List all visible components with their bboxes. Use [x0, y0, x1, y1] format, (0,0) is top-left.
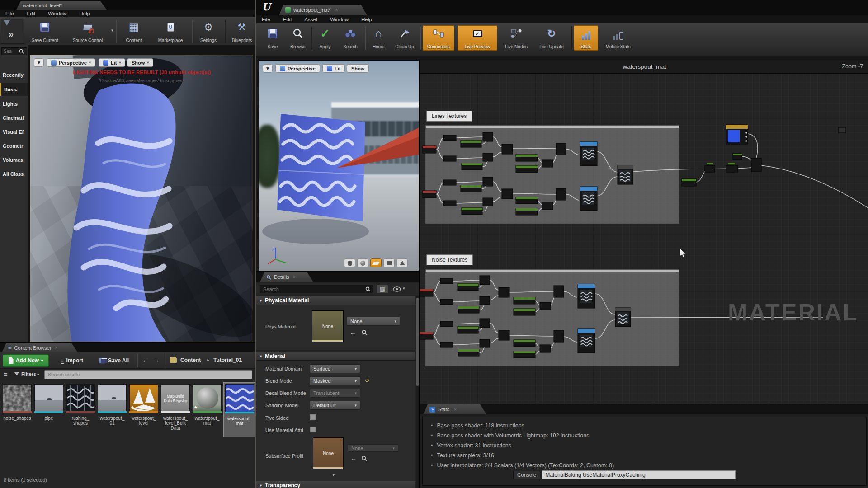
search-button[interactable]: Search	[338, 25, 363, 51]
content-browser-tab[interactable]: ≡ Content Browser ×	[2, 343, 78, 352]
modes-item-visual-effects[interactable]: Visual Ef	[0, 126, 28, 138]
eye-caret-icon[interactable]: ▾	[403, 286, 405, 291]
subsurface-profile-dropdown[interactable]: None▾	[348, 444, 398, 452]
waterspout-mesh[interactable]	[30, 55, 253, 342]
lerp-node[interactable]	[751, 158, 761, 172]
breadcrumb-root[interactable]: Content	[180, 357, 201, 363]
mobile-stats-button[interactable]: Mobile Stats	[600, 25, 636, 51]
reset-to-default-icon[interactable]: ↺	[365, 377, 369, 384]
menu-window[interactable]: Window	[330, 17, 349, 22]
console-input[interactable]	[542, 470, 736, 479]
expander-caret-icon[interactable]: ▾	[332, 472, 335, 478]
browse-to-asset-icon[interactable]	[361, 455, 367, 461]
graph-node[interactable]	[839, 127, 846, 133]
shape-sphere-button[interactable]	[357, 258, 368, 267]
browse-to-asset-icon[interactable]	[361, 329, 368, 336]
eye-icon[interactable]	[393, 286, 401, 292]
menu-edit[interactable]: Edit	[27, 11, 36, 16]
shape-plane-button[interactable]	[370, 258, 382, 267]
decal-blend-mode-dropdown[interactable]: Translucent▾	[310, 389, 360, 398]
material-preview-viewport[interactable]: Z ▾ Perspective Lit Show	[259, 60, 419, 271]
details-scrollbar[interactable]	[416, 296, 419, 488]
browse-button[interactable]: Browse	[285, 25, 311, 51]
viewport-show-button[interactable]: Show▾	[127, 58, 153, 67]
stats-tab[interactable]: » Stats ×	[423, 404, 486, 414]
viewport-perspective-button[interactable]: Perspective▾	[47, 58, 95, 67]
add-new-button[interactable]: Add New ▾	[3, 354, 49, 367]
stats-button[interactable]: Stats	[574, 25, 598, 51]
use-selected-arrow-icon[interactable]: ←	[349, 328, 356, 336]
import-button[interactable]: ↓ Import	[53, 354, 90, 367]
grid-view-icon[interactable]: ▦	[377, 285, 388, 293]
menu-edit[interactable]: Edit	[283, 17, 292, 22]
modes-item-lights[interactable]: Lights	[0, 98, 28, 110]
details-search-input[interactable]	[260, 286, 365, 292]
phys-material-dropdown[interactable]: None▾	[347, 317, 400, 326]
marketplace-button[interactable]: U Marketplace	[151, 19, 190, 44]
live-preview-button[interactable]: ✓ Live Preview	[458, 25, 497, 51]
section-material[interactable]: ▾Material	[256, 352, 415, 361]
section-transparency[interactable]: ▾Transparency	[256, 481, 415, 488]
material-node-graph[interactable]	[420, 74, 868, 404]
save-button[interactable]: Save	[261, 25, 284, 51]
viewport-options-button[interactable]: ▾	[34, 58, 44, 67]
shape-cylinder-button[interactable]	[344, 258, 355, 267]
menu-window[interactable]: Window	[48, 11, 66, 16]
preview-perspective-button[interactable]: Perspective	[275, 64, 320, 73]
menu-file[interactable]: File	[5, 11, 14, 16]
filters-button[interactable]: Filters	[21, 371, 36, 377]
graph-node[interactable]	[705, 163, 715, 172]
modes-item-volumes[interactable]: Volumes	[0, 154, 28, 166]
vector-parameter-node[interactable]	[726, 125, 748, 144]
back-arrow-icon[interactable]: ←	[142, 356, 149, 364]
close-icon[interactable]: ×	[454, 407, 457, 412]
use-selected-arrow-icon[interactable]: ←	[350, 455, 357, 462]
live-update-button[interactable]: ↻ Live Update	[534, 25, 569, 51]
subsurface-profile-thumbnail[interactable]: None	[313, 437, 344, 469]
shading-model-dropdown[interactable]: Default Lit▾	[310, 401, 360, 410]
menu-file[interactable]: File	[262, 17, 270, 22]
graph-panel[interactable]: waterspout_mat Zoom -7 Lines Textures No…	[419, 60, 868, 404]
menu-help[interactable]: Help	[79, 11, 90, 16]
modes-search[interactable]	[1, 47, 27, 55]
info-icon[interactable]: i	[35, 328, 42, 335]
sources-panel-icon[interactable]: ≡	[4, 371, 8, 378]
modes-item-geometry[interactable]: Geometr	[0, 140, 28, 152]
apply-button[interactable]: ✓ Apply	[313, 25, 337, 51]
scalar-parameter-node[interactable]	[682, 179, 696, 186]
graph-node[interactable]	[726, 163, 738, 172]
home-button[interactable]: ⌂ Home	[367, 25, 390, 51]
menu-help[interactable]: Help	[361, 17, 372, 22]
modes-search-input[interactable]	[2, 49, 19, 54]
menu-asset[interactable]: Asset	[304, 17, 317, 22]
close-icon[interactable]: ×	[293, 275, 296, 280]
forward-arrow-icon[interactable]: →	[153, 356, 160, 364]
modes-item-recently[interactable]: Recently	[0, 69, 28, 81]
expand-chevron[interactable]: »	[9, 29, 14, 39]
preview-options-button[interactable]: ▾	[263, 64, 273, 73]
preview-lit-button[interactable]: Lit	[322, 64, 345, 73]
two-sided-checkbox[interactable]	[310, 414, 316, 421]
blend-mode-dropdown[interactable]: Masked▾	[310, 376, 360, 385]
asset-search-input[interactable]	[44, 370, 252, 379]
preview-show-button[interactable]: Show	[347, 64, 369, 73]
save-current-button[interactable]: Save Current	[26, 19, 63, 44]
settings-button[interactable]: ⚙ Settings	[193, 19, 223, 44]
material-domain-dropdown[interactable]: Surface▾	[310, 364, 360, 373]
level-viewport[interactable]: ▾ Perspective▾ Lit▾ Show▾ LIGHTING NEEDS…	[30, 55, 253, 342]
section-physical-material[interactable]: ▾Physical Material	[256, 296, 415, 305]
source-control-caret-icon[interactable]: ▾	[111, 28, 113, 33]
save-all-button[interactable]: Save All	[93, 354, 135, 367]
material-window-tab[interactable]: waterspout_mat* ×	[279, 5, 367, 15]
content-button[interactable]: ▦ Content	[118, 19, 149, 44]
clean-up-button[interactable]: Clean Up	[391, 25, 418, 51]
details-tab[interactable]: Details ×	[260, 272, 313, 282]
connectors-button[interactable]: Connectors	[423, 25, 454, 51]
filters-caret-icon[interactable]: ▾	[37, 372, 39, 377]
use-material-attributes-checkbox[interactable]	[310, 426, 316, 433]
close-icon[interactable]: ×	[55, 345, 58, 350]
level-window-tab[interactable]: waterspout_level*	[16, 1, 107, 10]
live-nodes-button[interactable]: Live Nodes	[500, 25, 532, 51]
scalar-node[interactable]	[733, 154, 742, 160]
shape-cube-button[interactable]	[383, 258, 395, 267]
